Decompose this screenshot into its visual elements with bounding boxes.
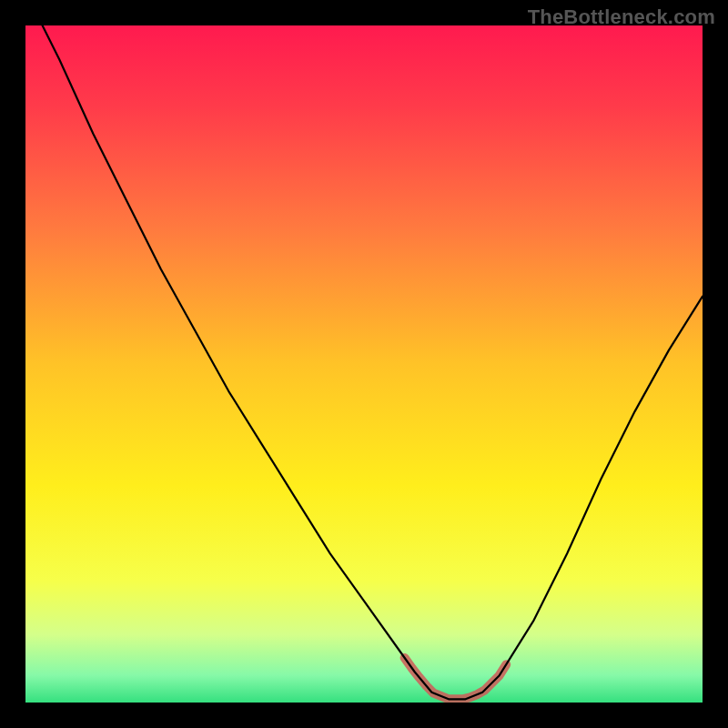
chart-stage: TheBottleneck.com bbox=[0, 0, 728, 728]
watermark-text: TheBottleneck.com bbox=[528, 5, 715, 29]
plot-border bbox=[25, 25, 703, 703]
bottleneck-chart bbox=[25, 25, 703, 703]
